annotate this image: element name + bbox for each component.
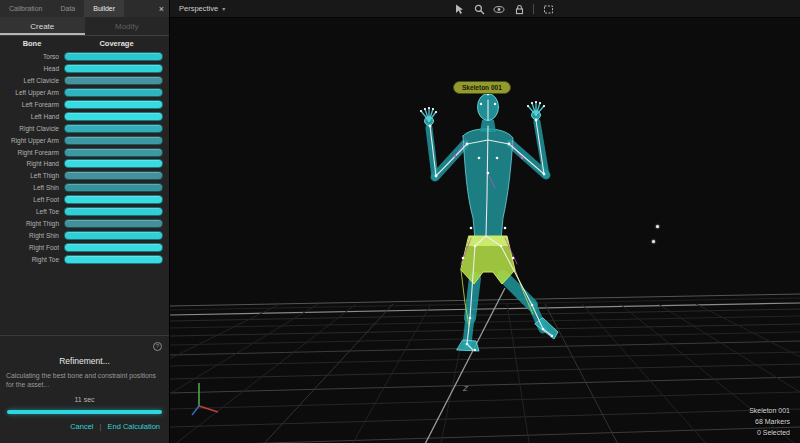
refinement-elapsed-time: 11 sec [6, 396, 163, 403]
status-skeleton-name: Skeleton 001 [749, 405, 790, 416]
coverage-bar [64, 219, 163, 228]
coverage-bar [64, 112, 163, 121]
coverage-bar [64, 195, 163, 204]
toolbar-separator [533, 4, 534, 14]
coverage-bar [64, 243, 163, 252]
refinement-description: Calculating the best bone and constraint… [6, 371, 163, 389]
tab-data[interactable]: Data [51, 0, 84, 17]
status-marker-count: 68 Markers [749, 416, 790, 427]
bone-label: Left Forearm [0, 101, 64, 108]
bone-row-right-hand[interactable]: Right Hand [0, 158, 163, 170]
refinement-title: Refinement... [6, 356, 163, 366]
end-calculation-button[interactable]: End Calculation [107, 422, 160, 431]
tab-builder[interactable]: Builder [84, 0, 124, 17]
builder-panel: Calibration Data Builder × Create Modify… [0, 0, 170, 443]
coverage-bar [64, 207, 163, 216]
coverage-bar [64, 171, 163, 180]
bone-row-right-clavicle[interactable]: Right Clavicle [0, 122, 163, 134]
coverage-bar [64, 231, 163, 240]
lock-icon[interactable] [513, 3, 525, 15]
bone-row-right-shin[interactable]: Right Shin [0, 229, 163, 241]
bone-label: Torso [0, 53, 64, 60]
marquee-select-icon[interactable] [542, 3, 554, 15]
panel-tabbar: Calibration Data Builder × [0, 0, 169, 17]
bone-label: Right Forearm [0, 149, 64, 156]
mode-tabs: Create Modify [0, 17, 169, 36]
column-headers: Bone Coverage [0, 36, 169, 51]
bone-row-left-foot[interactable]: Left Foot [0, 194, 163, 206]
coverage-bar [64, 100, 163, 109]
bone-label: Right Shin [0, 232, 64, 239]
bone-label: Left Shin [0, 184, 64, 191]
marker-dot[interactable] [652, 240, 655, 243]
bone-row-right-thigh[interactable]: Right Thigh [0, 217, 163, 229]
bone-label: Right Toe [0, 256, 64, 263]
bone-row-torso[interactable]: Torso [0, 51, 163, 63]
bone-row-right-forearm[interactable]: Right Forearm [0, 146, 163, 158]
coverage-bar [64, 52, 163, 61]
coverage-bar [64, 64, 163, 73]
status-selected-count: 0 Selected [749, 427, 790, 438]
zoom-icon[interactable] [473, 3, 485, 15]
help-icon[interactable]: ? [153, 342, 162, 351]
bone-coverage-list: Torso Head Left Clavicle Left Upper Arm … [0, 51, 169, 265]
tab-modify[interactable]: Modify [85, 17, 170, 35]
marker-dot[interactable] [656, 225, 659, 228]
bone-label: Head [0, 65, 64, 72]
bone-label: Left Foot [0, 196, 64, 203]
eye-icon[interactable] [493, 3, 505, 15]
bone-label: Left Thigh [0, 172, 64, 179]
tab-create[interactable]: Create [0, 17, 85, 35]
tab-calibration[interactable]: Calibration [0, 0, 51, 17]
panel-spacer [0, 265, 169, 335]
view-selector-label: Perspective [179, 4, 218, 13]
bone-row-left-clavicle[interactable]: Left Clavicle [0, 75, 163, 87]
z-axis-label: Z [463, 384, 468, 393]
coverage-bar [64, 124, 163, 133]
chevron-down-icon: ▾ [222, 5, 225, 12]
coverage-bar [64, 183, 163, 192]
bone-label: Left Upper Arm [0, 89, 64, 96]
bone-row-left-forearm[interactable]: Left Forearm [0, 99, 163, 111]
bone-row-left-upper-arm[interactable]: Left Upper Arm [0, 87, 163, 99]
coverage-bar [64, 88, 163, 97]
app-window: Calibration Data Builder × Create Modify… [0, 0, 800, 443]
bone-row-right-toe[interactable]: Right Toe [0, 253, 163, 265]
skeleton-name-label[interactable]: Skeleton 001 [453, 81, 511, 94]
bone-label: Left Clavicle [0, 77, 64, 84]
bone-label: Right Clavicle [0, 125, 64, 132]
cancel-button[interactable]: Cancel [70, 422, 93, 431]
view-selector-dropdown[interactable]: Perspective ▾ [179, 4, 225, 13]
viewport-toolbar: Perspective ▾ [170, 0, 800, 18]
bone-row-left-hand[interactable]: Left Hand [0, 110, 163, 122]
bone-row-right-foot[interactable]: Right Foot [0, 241, 163, 253]
bone-label: Right Thigh [0, 220, 64, 227]
column-header-coverage: Coverage [64, 39, 169, 48]
close-icon[interactable]: × [159, 0, 164, 17]
bone-label: Right Foot [0, 244, 64, 251]
link-separator: | [100, 422, 102, 431]
column-header-bone: Bone [0, 39, 64, 48]
bone-row-head[interactable]: Head [0, 63, 163, 75]
select-cursor-icon[interactable] [453, 3, 465, 15]
bone-label: Left Hand [0, 113, 64, 120]
selection-status: Skeleton 001 68 Markers 0 Selected [749, 405, 790, 438]
bone-row-left-toe[interactable]: Left Toe [0, 206, 163, 218]
coverage-bar [64, 148, 163, 157]
bone-row-left-shin[interactable]: Left Shin [0, 182, 163, 194]
coverage-bar [64, 255, 163, 264]
viewport-3d[interactable]: Skeleton 001 Z Skeleton 001 68 Markers 0… [170, 18, 800, 443]
coverage-bar [64, 136, 163, 145]
bone-label: Right Upper Arm [0, 137, 64, 144]
skeleton-figure[interactable] [405, 78, 575, 378]
refinement-section: ? Refinement... Calculating the best bon… [0, 335, 169, 443]
bone-label: Right Hand [0, 160, 64, 167]
bone-label: Left Toe [0, 208, 64, 215]
bone-row-left-thigh[interactable]: Left Thigh [0, 170, 163, 182]
bone-row-right-upper-arm[interactable]: Right Upper Arm [0, 134, 163, 146]
viewport-tools [453, 0, 554, 18]
coverage-bar [64, 76, 163, 85]
refinement-progress-bar [7, 410, 162, 414]
coverage-bar [64, 159, 163, 168]
